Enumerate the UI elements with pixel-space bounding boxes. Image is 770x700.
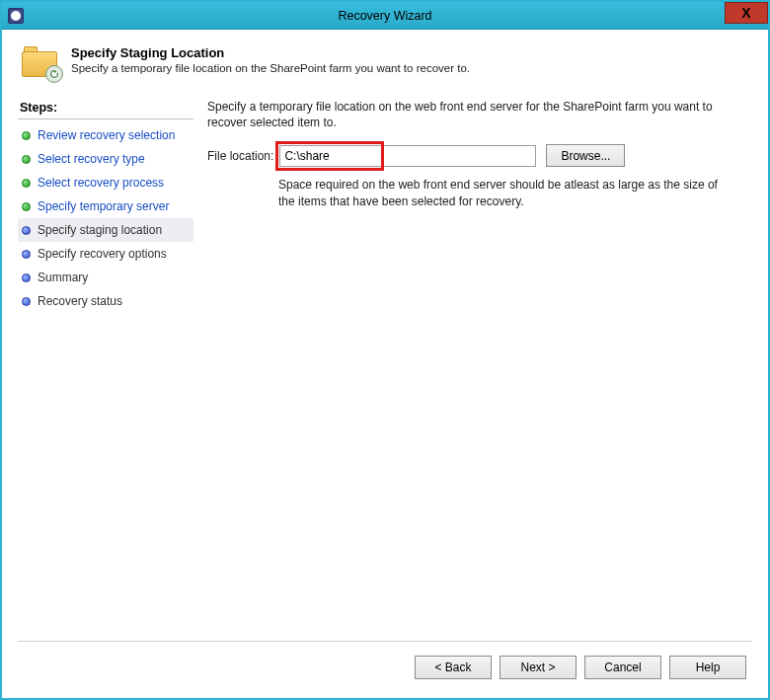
step-label: Review recovery selection	[38, 128, 175, 142]
step-select-recovery-type[interactable]: Select recovery type	[18, 147, 193, 171]
file-location-label: File location:	[207, 149, 273, 163]
step-label: Select recovery type	[38, 152, 145, 166]
inner-panel: Specify Staging Location Specify a tempo…	[8, 36, 762, 692]
titlebar[interactable]: Recovery Wizard X	[2, 2, 768, 30]
browse-button[interactable]: Browse...	[546, 144, 625, 167]
step-label: Summary	[38, 271, 88, 284]
main-panel: Specify a temporary file location on the…	[193, 93, 752, 641]
step-label: Recovery status	[38, 294, 122, 308]
body-area: Steps: Review recovery selection Select …	[8, 87, 762, 641]
window-title: Recovery Wizard	[2, 9, 768, 23]
file-location-input-wrap	[279, 145, 536, 167]
step-label: Specify staging location	[38, 223, 162, 237]
next-button[interactable]: Next >	[500, 656, 577, 679]
page-header: Specify Staging Location Specify a tempo…	[8, 36, 762, 87]
step-label: Select recovery process	[38, 176, 164, 190]
bullet-pending-icon	[22, 273, 31, 282]
page-subtitle: Specify a temporary file location on the…	[71, 62, 470, 74]
bullet-complete-icon	[22, 155, 31, 164]
file-location-row: File location: Browse...	[207, 144, 746, 167]
step-label: Specify temporary server	[38, 199, 169, 213]
bullet-current-icon	[22, 226, 31, 235]
instruction-text: Specify a temporary file location on the…	[207, 99, 746, 130]
recovery-wizard-window: Recovery Wizard X Specify Staging Locati…	[0, 0, 770, 700]
step-recovery-status[interactable]: Recovery status	[18, 289, 193, 313]
step-summary[interactable]: Summary	[18, 266, 193, 289]
step-specify-temporary-server[interactable]: Specify temporary server	[18, 194, 193, 218]
steps-list: Review recovery selection Select recover…	[18, 123, 193, 313]
close-icon: X	[741, 6, 750, 20]
step-label: Specify recovery options	[38, 247, 167, 261]
bullet-complete-icon	[22, 131, 31, 140]
space-required-note: Space required on the web front end serv…	[278, 177, 746, 208]
steps-heading: Steps:	[18, 99, 193, 119]
step-review-recovery-selection[interactable]: Review recovery selection	[18, 123, 193, 147]
wizard-footer: < Back Next > Cancel Help	[18, 641, 752, 692]
bullet-complete-icon	[22, 179, 31, 188]
cancel-button[interactable]: Cancel	[584, 656, 661, 679]
bullet-pending-icon	[22, 250, 31, 259]
steps-sidebar: Steps: Review recovery selection Select …	[18, 93, 193, 641]
bullet-complete-icon	[22, 202, 31, 211]
close-button[interactable]: X	[725, 2, 768, 24]
step-specify-recovery-options[interactable]: Specify recovery options	[18, 242, 193, 266]
content-frame: Specify Staging Location Specify a tempo…	[2, 30, 768, 698]
page-title: Specify Staging Location	[71, 45, 470, 60]
staging-folder-icon	[22, 45, 61, 81]
bullet-pending-icon	[22, 297, 31, 306]
help-button[interactable]: Help	[669, 656, 746, 679]
file-location-input[interactable]	[279, 145, 536, 167]
step-specify-staging-location[interactable]: Specify staging location	[18, 218, 193, 242]
back-button[interactable]: < Back	[415, 656, 492, 679]
step-select-recovery-process[interactable]: Select recovery process	[18, 171, 193, 194]
header-text: Specify Staging Location Specify a tempo…	[71, 45, 470, 74]
